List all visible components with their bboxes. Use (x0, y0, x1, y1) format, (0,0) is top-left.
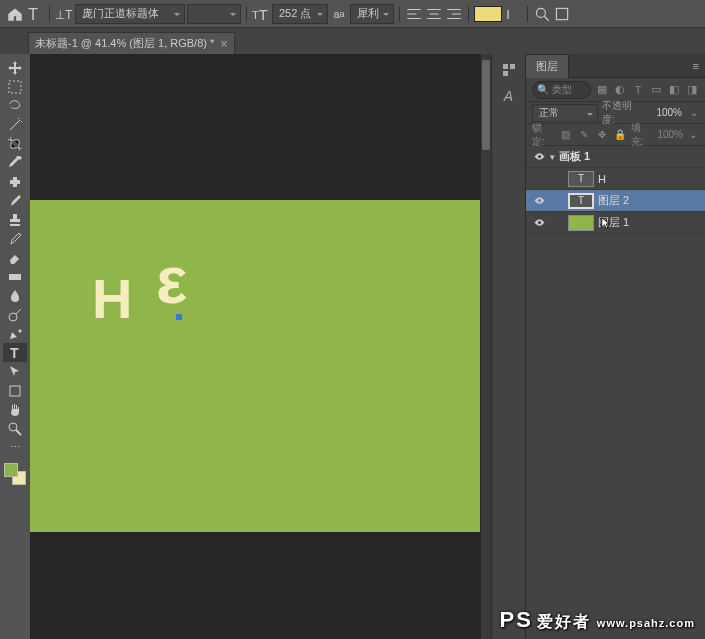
visibility-icon[interactable] (532, 194, 546, 208)
home-icon[interactable] (6, 5, 24, 23)
align-center-icon[interactable] (425, 5, 443, 23)
font-family-dropdown[interactable]: 庞门正道标题体 (75, 4, 185, 24)
canvas-text-e[interactable]: ε (156, 242, 187, 318)
filter-pixel-icon[interactable]: ▦ (595, 83, 609, 97)
history-brush-tool[interactable] (3, 229, 27, 248)
dodge-tool[interactable] (3, 305, 27, 324)
filter-toggle-icon[interactable]: ◨ (685, 83, 699, 97)
layer-row-text-2[interactable]: T 图层 2 (526, 190, 705, 212)
layers-tab[interactable]: 图层 (526, 54, 569, 78)
lock-position-icon[interactable]: ✥ (595, 128, 609, 142)
crop-tool[interactable] (3, 134, 27, 153)
align-left-icon[interactable] (405, 5, 423, 23)
align-right-icon[interactable] (445, 5, 463, 23)
path-select-tool[interactable] (3, 362, 27, 381)
lock-transparent-icon[interactable]: ▨ (559, 128, 573, 142)
svg-point-5 (536, 8, 545, 17)
vertical-scrollbar[interactable] (481, 54, 491, 639)
layer-list: ▾ 画板 1 T H T 图层 2 图层 1 (526, 146, 705, 639)
lock-label: 锁定: (532, 121, 555, 149)
text-color-well[interactable] (474, 6, 502, 22)
lock-paint-icon[interactable]: ✎ (577, 128, 591, 142)
panel-menu-icon[interactable]: ≡ (687, 60, 705, 72)
visibility-icon[interactable] (532, 150, 546, 164)
blend-mode-dropdown[interactable]: 正常 (532, 104, 598, 122)
type-tool[interactable]: T (3, 343, 27, 362)
canvas-area[interactable]: H ε (30, 54, 491, 639)
opacity-value[interactable]: 100% (645, 107, 684, 118)
layer-name: H (598, 173, 606, 185)
svg-rect-6 (556, 8, 567, 19)
lasso-tool[interactable] (3, 96, 27, 115)
hand-tool[interactable] (3, 400, 27, 419)
filter-adjust-icon[interactable]: ◐ (613, 83, 627, 97)
lock-all-icon[interactable]: 🔒 (613, 128, 627, 142)
visibility-icon[interactable] (532, 216, 546, 230)
zoom-tool[interactable] (3, 419, 27, 438)
layer-row-artboard[interactable]: ▾ 画板 1 (526, 146, 705, 168)
layer-name: 图层 2 (598, 193, 629, 208)
lock-row: 锁定: ▨ ✎ ✥ 🔒 填充: 100% ⌄ (526, 124, 705, 146)
move-tool[interactable] (3, 58, 27, 77)
marquee-tool[interactable] (3, 77, 27, 96)
antialias-value: 犀利 (357, 6, 379, 21)
svg-rect-17 (510, 64, 515, 69)
edit-toolbar[interactable]: ⋯ (3, 438, 27, 457)
wand-tool[interactable] (3, 115, 27, 134)
artboard: H ε (30, 200, 480, 532)
chevron-down-icon[interactable]: ⌄ (688, 107, 699, 118)
close-icon[interactable]: × (220, 36, 228, 51)
scrollbar-thumb[interactable] (482, 60, 490, 150)
antialias-dropdown[interactable]: 犀利 (350, 4, 394, 24)
layer-row-fill[interactable]: 图层 1 (526, 212, 705, 234)
filter-shape-icon[interactable]: ▭ (649, 83, 663, 97)
eraser-tool[interactable] (3, 248, 27, 267)
fill-value[interactable]: 100% (657, 129, 683, 140)
orientation-icon[interactable]: ⊥T (55, 5, 73, 23)
type-tool-icon[interactable]: T (26, 5, 44, 23)
layer-name: 画板 1 (559, 149, 590, 164)
gradient-tool[interactable] (3, 267, 27, 286)
shape-tool[interactable] (3, 381, 27, 400)
panel-icon[interactable] (533, 5, 551, 23)
warp-text-icon[interactable]: I (504, 5, 522, 23)
svg-text:T: T (259, 6, 268, 22)
filter-smart-icon[interactable]: ◧ (667, 83, 681, 97)
filter-type-icon[interactable]: T (631, 83, 645, 97)
panel-tab-row: 图层 ≡ (526, 54, 705, 78)
layer-filter-placeholder: 类型 (552, 83, 572, 97)
svg-rect-10 (10, 224, 20, 226)
eyedropper-tool[interactable] (3, 153, 27, 172)
svg-text:T: T (10, 345, 19, 361)
blend-mode-value: 正常 (539, 106, 559, 120)
color-swatches[interactable] (4, 463, 26, 485)
brush-tool[interactable] (3, 191, 27, 210)
stamp-tool[interactable] (3, 210, 27, 229)
layer-row-text-h[interactable]: T H (526, 168, 705, 190)
blur-tool[interactable] (3, 286, 27, 305)
collapsed-panels-strip: A (491, 54, 525, 639)
font-size-dropdown[interactable]: 252 点 (272, 4, 328, 24)
layer-thumbnail (568, 215, 594, 231)
svg-point-12 (9, 313, 17, 321)
font-style-dropdown[interactable] (187, 4, 241, 24)
svg-rect-14 (10, 386, 20, 396)
font-size-value: 252 点 (279, 6, 311, 21)
chevron-down-icon[interactable]: ⌄ (687, 129, 699, 140)
font-size-icon: TT (252, 5, 270, 23)
character-panel-icon[interactable]: A (496, 86, 522, 106)
layer-filter-search[interactable]: 🔍 类型 (532, 81, 591, 99)
options-bar: T ⊥T 庞门正道标题体 TT 252 点 aa 犀利 I (0, 0, 705, 28)
chevron-down-icon[interactable]: ▾ (550, 152, 555, 162)
3d-icon[interactable] (553, 5, 571, 23)
pen-tool[interactable] (3, 324, 27, 343)
document-tab-title: 未标题-1 @ 41.4% (图层 1, RGB/8) * (35, 36, 214, 51)
document-tab[interactable]: 未标题-1 @ 41.4% (图层 1, RGB/8) * × (28, 32, 235, 54)
watermark-sub: 爱好者 (537, 612, 591, 633)
svg-point-15 (9, 423, 17, 431)
history-panel-icon[interactable] (496, 60, 522, 80)
search-icon: 🔍 (537, 84, 549, 95)
svg-text:I: I (506, 6, 510, 21)
canvas-text-h[interactable]: H (92, 266, 132, 331)
healing-tool[interactable] (3, 172, 27, 191)
